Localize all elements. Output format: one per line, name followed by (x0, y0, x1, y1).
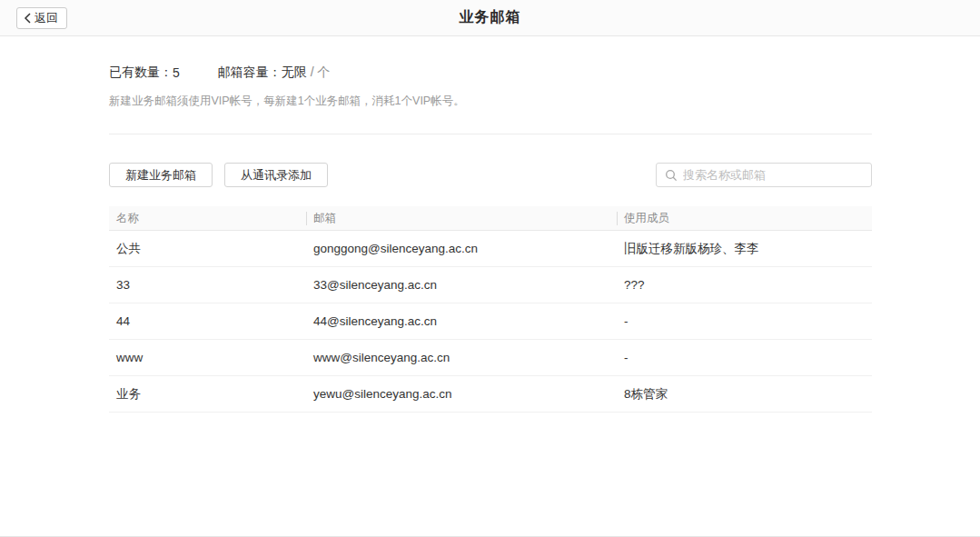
cell-members: - (617, 314, 872, 328)
cell-email: 33@silenceyang.ac.cn (306, 278, 617, 292)
table-row[interactable]: 公共 gonggong@silenceyang.ac.cn 旧版迁移新版杨珍、李… (109, 231, 872, 267)
cell-name: 公共 (109, 241, 306, 257)
cell-email: yewu@silenceyang.ac.cn (306, 387, 617, 401)
cell-members: 旧版迁移新版杨珍、李李 (617, 241, 872, 257)
stat-existing-count-label: 已有数量： (109, 65, 173, 81)
add-from-contacts-button[interactable]: 从通讯录添加 (224, 163, 328, 187)
table-row[interactable]: 33 33@silenceyang.ac.cn ??? (109, 267, 872, 303)
vip-hint-text: 新建业务邮箱须使用VIP帐号，每新建1个业务邮箱，消耗1个VIP帐号。 (109, 94, 872, 109)
back-button[interactable]: 返回 (16, 7, 67, 29)
search-icon (665, 169, 678, 182)
top-bar: 返回 业务邮箱 (0, 0, 980, 36)
stat-capacity-value: 无限 (282, 65, 307, 81)
page-title: 业务邮箱 (0, 8, 980, 27)
create-mailbox-button[interactable]: 新建业务邮箱 (109, 163, 213, 187)
cell-email: gonggong@silenceyang.ac.cn (306, 242, 617, 255)
cell-members: ??? (617, 278, 872, 292)
table-row[interactable]: 业务 yewu@silenceyang.ac.cn 8栋管家 (109, 376, 872, 413)
stat-capacity: 邮箱容量： 无限 / 个 (218, 65, 331, 81)
cell-name: 业务 (109, 386, 306, 403)
stat-capacity-label: 邮箱容量： (218, 65, 282, 81)
back-button-label: 返回 (35, 10, 58, 26)
section-divider (109, 134, 872, 134)
stat-existing-count-value: 5 (173, 65, 180, 80)
stat-existing-count: 已有数量： 5 (109, 65, 180, 81)
column-header-name: 名称 (109, 206, 306, 231)
cell-members: - (617, 351, 872, 364)
cell-name: 44 (109, 314, 306, 328)
cell-email: www@silenceyang.ac.cn (306, 351, 617, 364)
mailbox-table: 名称 邮箱 使用成员 公共 gonggong@silenceyang.ac.cn… (109, 206, 872, 413)
content-area: 已有数量： 5 邮箱容量： 无限 / 个 新建业务邮箱须使用VIP帐号，每新建1… (0, 65, 980, 413)
search-input[interactable] (683, 168, 864, 182)
column-header-email: 邮箱 (306, 206, 617, 231)
cell-email: 44@silenceyang.ac.cn (306, 314, 617, 328)
table-row[interactable]: www www@silenceyang.ac.cn - (109, 340, 872, 376)
cell-name: 33 (109, 278, 306, 292)
table-row[interactable]: 44 44@silenceyang.ac.cn - (109, 303, 872, 340)
search-box[interactable] (656, 163, 872, 187)
cell-members: 8栋管家 (617, 386, 872, 403)
column-header-members: 使用成员 (617, 206, 872, 231)
cell-name: www (109, 351, 306, 364)
toolbar-button-group: 新建业务邮箱 从通讯录添加 (109, 163, 328, 187)
stats-row: 已有数量： 5 邮箱容量： 无限 / 个 (109, 65, 872, 81)
toolbar: 新建业务邮箱 从通讯录添加 (109, 163, 872, 187)
stat-capacity-unit: / 个 (307, 65, 331, 81)
business-mailbox-page: 返回 业务邮箱 已有数量： 5 邮箱容量： 无限 / 个 新建业务邮箱须使用VI… (0, 0, 980, 537)
chevron-left-icon (24, 13, 32, 24)
table-header-row: 名称 邮箱 使用成员 (109, 206, 872, 231)
